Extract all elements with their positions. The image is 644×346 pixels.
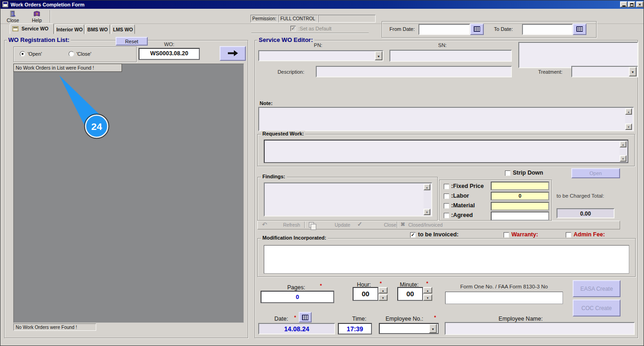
labor-checkbox[interactable] — [444, 194, 449, 199]
material-checkbox[interactable] — [444, 203, 449, 209]
editor-top-box[interactable] — [518, 42, 638, 68]
time-field[interactable]: 17:39 — [338, 323, 372, 334]
update-paste-icon[interactable] — [309, 222, 314, 228]
requested-work-label: Requested Work: — [261, 131, 305, 136]
minute-spinner[interactable]: ▲ ▼ — [423, 287, 433, 301]
material-label: :Material — [451, 202, 475, 209]
required-asterisk: * — [434, 315, 436, 320]
title-bar: Work Orders Completion Form × — [0, 0, 644, 9]
employee-name-field[interactable] — [445, 322, 635, 335]
restore-button[interactable] — [628, 1, 635, 7]
check-close-icon[interactable]: ✓ — [357, 221, 362, 228]
tab-lms-wo[interactable]: LMS WO — [111, 24, 135, 34]
admin-fee-checkbox[interactable] — [566, 232, 571, 238]
close-radio[interactable] — [69, 51, 74, 57]
calendar-icon — [302, 315, 308, 320]
scroll-down-icon[interactable]: ▼ — [625, 123, 632, 130]
pn-label: PN: — [304, 42, 332, 48]
from-date-calendar-button[interactable] — [470, 23, 484, 35]
date-calendar-button[interactable] — [299, 312, 312, 323]
wo-list-area[interactable] — [13, 64, 244, 323]
easa-create-button[interactable]: EASA Create — [573, 280, 621, 297]
minute-field[interactable]: 00 — [397, 287, 423, 301]
fixed-price-field[interactable] — [491, 182, 549, 190]
x-closed-icon[interactable]: ✖ — [400, 221, 405, 228]
hour-field[interactable]: 00 — [353, 287, 378, 301]
status-message: No Work Orders were Found ! — [13, 323, 96, 331]
close-window-button[interactable]: × — [636, 1, 644, 7]
set-as-default-label: :Set as Default — [298, 26, 331, 31]
closed-invoiced-button[interactable]: Closed/Invoiced — [408, 222, 443, 228]
required-asterisk: * — [294, 315, 296, 320]
set-as-default-checkbox[interactable]: ✓ — [290, 26, 296, 31]
wo-number-field[interactable]: WS0003.08.20 — [139, 48, 200, 60]
scroll-up-icon[interactable]: ▲ — [625, 108, 632, 115]
refresh-button[interactable]: Refresh — [283, 222, 300, 228]
spin-up-icon[interactable]: ▲ — [423, 287, 432, 293]
open-button[interactable]: Open — [571, 168, 620, 178]
requested-work-textarea[interactable] — [264, 140, 628, 163]
open-radio-label: 'Open' — [28, 51, 42, 57]
form-one-field[interactable] — [445, 292, 563, 304]
fixed-price-checkbox[interactable] — [444, 184, 449, 189]
warranty-label: Warranty: — [511, 231, 538, 238]
help-button[interactable]: ? Help — [26, 10, 47, 23]
scroll-down-icon[interactable]: ▼ — [620, 155, 627, 162]
coc-create-button[interactable]: COC Create — [573, 299, 621, 317]
divider — [251, 33, 369, 34]
door-exit-icon — [2, 10, 23, 18]
employee-no-label: Employee No.: — [378, 316, 431, 322]
strip-down-checkbox[interactable] — [505, 170, 511, 176]
treatment-dropdown-button[interactable]: ▼ — [629, 67, 637, 76]
note-scrollbar[interactable]: ▲ ▼ — [625, 108, 632, 130]
employee-no-dropdown-button[interactable]: ▼ — [429, 324, 437, 333]
open-radio[interactable] — [20, 51, 25, 57]
tab-service-wo[interactable]: Service WO — [10, 23, 54, 34]
treatment-label: Treatment: — [538, 69, 568, 75]
findings-textarea[interactable] — [264, 182, 432, 217]
scroll-up-icon[interactable]: ▲ — [424, 184, 430, 190]
spin-down-icon[interactable]: ▼ — [378, 294, 388, 301]
from-date-field[interactable] — [418, 24, 470, 35]
go-arrow-button[interactable] — [220, 46, 246, 61]
pages-field[interactable]: 0 — [261, 291, 334, 303]
undo-refresh-icon[interactable]: ↶ — [262, 221, 267, 228]
findings-label: Findings: — [261, 174, 287, 179]
findings-scrollbar[interactable]: ▲ ▼ — [424, 184, 431, 215]
pn-dropdown-button[interactable]: ▼ — [375, 51, 383, 60]
note-textarea[interactable] — [258, 107, 634, 131]
warranty-checkbox[interactable] — [504, 232, 509, 238]
scroll-up-icon[interactable]: ▲ — [620, 141, 627, 147]
labor-field[interactable]: 0 — [491, 192, 549, 200]
sn-field[interactable] — [389, 50, 512, 62]
time-label: Time: — [347, 316, 372, 322]
treatment-combobox[interactable] — [571, 66, 638, 77]
modification-textarea[interactable] — [264, 245, 629, 274]
agreed-checkbox[interactable] — [444, 213, 449, 218]
scroll-down-icon[interactable]: ▼ — [424, 209, 430, 215]
modification-label: Modification Incorporated: — [261, 235, 328, 240]
tab-bms-wo[interactable]: BMS WO — [85, 24, 110, 34]
spin-up-icon[interactable]: ▲ — [378, 287, 388, 293]
update-button[interactable]: Update — [335, 222, 350, 228]
to-date-field[interactable] — [522, 24, 573, 35]
minimize-button[interactable] — [620, 1, 627, 7]
hour-spinner[interactable]: ▲ ▼ — [378, 287, 388, 301]
close-button[interactable]: Close — [2, 10, 23, 23]
pages-label: Pages: — [274, 284, 318, 291]
to-be-invoiced-checkbox[interactable]: ✓ — [410, 232, 416, 238]
spin-down-icon[interactable]: ▼ — [423, 294, 432, 301]
to-date-calendar-button[interactable] — [573, 23, 586, 35]
strip-down-label: Strip Down — [513, 170, 543, 176]
svg-text:?: ? — [36, 12, 38, 16]
requested-work-scrollbar[interactable]: ▲ ▼ — [620, 141, 627, 162]
pn-combobox[interactable] — [258, 50, 383, 61]
agreed-field[interactable] — [491, 211, 549, 221]
close-wo-button[interactable]: Close — [384, 222, 396, 228]
description-field[interactable] — [316, 66, 512, 77]
fixed-price-label: :Fixed Price — [451, 183, 484, 189]
date-field[interactable]: 14.08.24 — [258, 323, 335, 334]
tab-label: Interior WO — [56, 27, 82, 32]
material-field[interactable] — [491, 202, 549, 211]
tab-interior-wo[interactable]: Interior WO — [55, 24, 84, 34]
